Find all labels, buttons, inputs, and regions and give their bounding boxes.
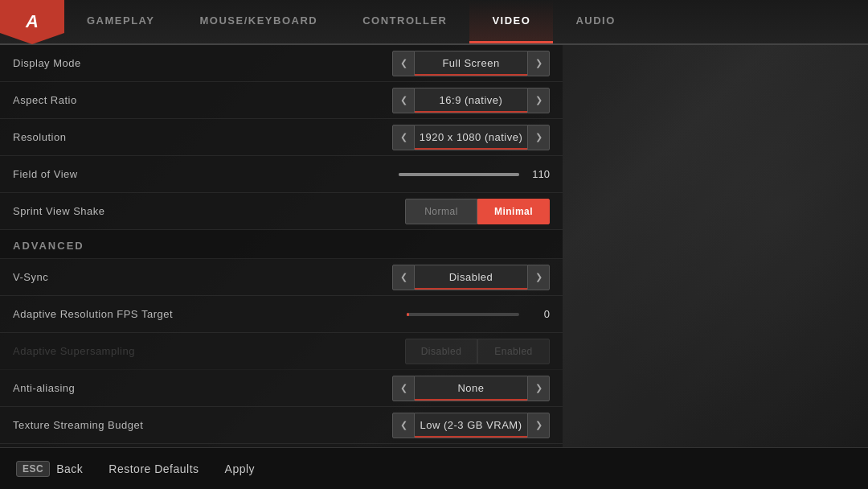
restore-defaults-action[interactable]: Restore Defaults: [108, 462, 199, 475]
vsync-next[interactable]: ❯: [527, 265, 550, 290]
fov-label: Field of View: [13, 168, 399, 180]
resolution-prev[interactable]: ❮: [392, 125, 415, 150]
restore-defaults-label: Restore Defaults: [108, 462, 199, 475]
top-navigation: A GAMEPLAY MOUSE/KEYBOARD CONTROLLER VID…: [0, 0, 868, 45]
tab-audio[interactable]: AUDIO: [553, 0, 637, 43]
resolution-value: 1920 x 1080 (native): [415, 125, 527, 150]
fov-value: 110: [526, 168, 550, 180]
tab-mouse-keyboard[interactable]: MOUSE/KEYBOARD: [177, 0, 340, 43]
resolution-control: ❮ 1920 x 1080 (native) ❯: [392, 125, 550, 150]
anti-aliasing-prev[interactable]: ❮: [392, 376, 415, 401]
nav-tab-list: GAMEPLAY MOUSE/KEYBOARD CONTROLLER VIDEO…: [64, 0, 868, 43]
resolution-label: Resolution: [13, 131, 392, 143]
fov-control: 110: [399, 168, 550, 180]
adaptive-res-fill: [407, 313, 409, 316]
vsync-row: V-Sync ❮ Disabled ❯: [0, 259, 563, 296]
back-label: Back: [56, 462, 83, 475]
adaptive-res-control: 0: [407, 308, 550, 320]
adaptive-disabled-btn[interactable]: Disabled: [405, 339, 477, 364]
vsync-control: ❮ Disabled ❯: [392, 265, 550, 290]
logo-text: A: [26, 11, 39, 32]
apex-logo: A: [0, 0, 64, 44]
fov-row: Field of View 110: [0, 156, 563, 193]
anti-aliasing-label: Anti-aliasing: [13, 382, 392, 394]
anti-aliasing-value: None: [415, 376, 527, 401]
display-mode-row: Display Mode ❮ Full Screen ❯: [0, 45, 563, 82]
fov-fill: [399, 173, 519, 176]
texture-streaming-value: Low (2-3 GB VRAM): [415, 413, 527, 438]
display-mode-prev[interactable]: ❮: [392, 51, 415, 76]
resolution-next[interactable]: ❯: [527, 125, 550, 150]
settings-panel[interactable]: Display Mode ❮ Full Screen ❯ Aspect Rati…: [0, 45, 563, 447]
texture-streaming-row: Texture Streaming Budget ❮ Low (2-3 GB V…: [0, 407, 563, 444]
anti-aliasing-control: ❮ None ❯: [392, 376, 550, 401]
aspect-ratio-row: Aspect Ratio ❮ 16:9 (native) ❯: [0, 82, 563, 119]
resolution-row: Resolution ❮ 1920 x 1080 (native) ❯: [0, 119, 563, 156]
adaptive-res-label: Adaptive Resolution FPS Target: [13, 308, 407, 320]
anti-aliasing-next[interactable]: ❯: [527, 376, 550, 401]
right-background: [563, 45, 868, 447]
aspect-ratio-label: Aspect Ratio: [13, 94, 392, 106]
texture-streaming-label: Texture Streaming Budget: [13, 419, 392, 431]
display-mode-control: ❮ Full Screen ❯: [392, 51, 550, 76]
tab-video[interactable]: VIDEO: [469, 0, 553, 43]
tab-gameplay[interactable]: GAMEPLAY: [64, 0, 177, 43]
display-mode-next[interactable]: ❯: [527, 51, 550, 76]
esc-key-badge: ESC: [16, 461, 50, 477]
sprint-normal-btn[interactable]: Normal: [405, 199, 477, 224]
adaptive-res-row: Adaptive Resolution FPS Target 0: [0, 296, 563, 333]
sprint-view-shake-toggle: Normal Minimal: [405, 199, 550, 224]
tab-controller[interactable]: CONTROLLER: [340, 0, 469, 43]
sprint-view-shake-row: Sprint View Shake Normal Minimal: [0, 193, 563, 230]
anti-aliasing-row: Anti-aliasing ❮ None ❯: [0, 370, 563, 407]
apply-action[interactable]: Apply: [225, 462, 256, 475]
bottom-bar: ESC Back Restore Defaults Apply: [0, 447, 868, 489]
apply-label: Apply: [225, 462, 256, 475]
main-content: Display Mode ❮ Full Screen ❯ Aspect Rati…: [0, 45, 868, 447]
aspect-ratio-control: ❮ 16:9 (native) ❯: [392, 88, 550, 113]
display-mode-value: Full Screen: [415, 51, 527, 76]
back-action[interactable]: ESC Back: [16, 461, 83, 477]
adaptive-supersampling-label: Adaptive Supersampling: [13, 345, 405, 357]
vsync-label: V-Sync: [13, 271, 392, 283]
adaptive-res-value: 0: [526, 308, 550, 320]
advanced-section-header: ADVANCED: [0, 230, 563, 259]
adaptive-supersampling-row: Adaptive Supersampling Disabled Enabled: [0, 333, 563, 370]
adaptive-supersampling-toggle: Disabled Enabled: [405, 339, 550, 364]
texture-streaming-next[interactable]: ❯: [527, 413, 550, 438]
aspect-ratio-value: 16:9 (native): [415, 88, 527, 113]
texture-streaming-prev[interactable]: ❮: [392, 413, 415, 438]
vsync-prev[interactable]: ❮: [392, 265, 415, 290]
fov-slider[interactable]: [399, 173, 519, 176]
vsync-value: Disabled: [415, 265, 527, 290]
sprint-minimal-btn[interactable]: Minimal: [477, 199, 550, 224]
display-mode-label: Display Mode: [13, 57, 392, 69]
adaptive-res-slider[interactable]: [407, 313, 519, 316]
adaptive-enabled-btn[interactable]: Enabled: [477, 339, 550, 364]
aspect-ratio-prev[interactable]: ❮: [392, 88, 415, 113]
sprint-view-shake-label: Sprint View Shake: [13, 205, 405, 217]
texture-streaming-control: ❮ Low (2-3 GB VRAM) ❯: [392, 413, 550, 438]
aspect-ratio-next[interactable]: ❯: [527, 88, 550, 113]
